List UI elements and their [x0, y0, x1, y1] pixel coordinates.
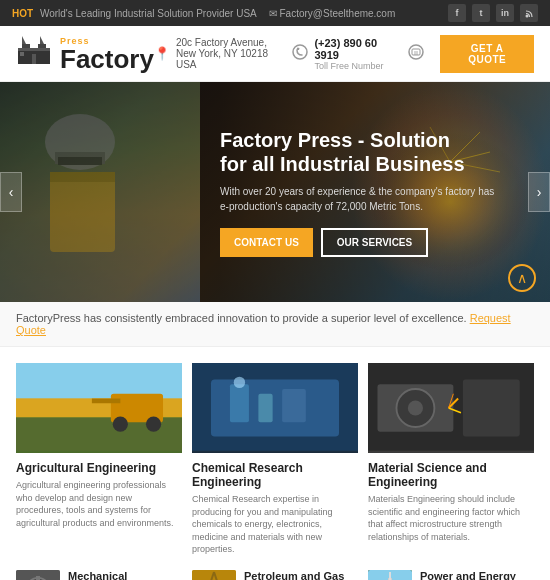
hero-title: Factory Press - Solutionfor all Industri…: [220, 128, 500, 176]
header: Press Factory 📍 20c Factory Avenue, New …: [0, 26, 550, 82]
banner-strip: FactoryPress has consistently embraced i…: [0, 302, 550, 347]
mechanical-image: [16, 570, 60, 580]
bottom-service-cards: Mechanical Engineering Creating a dynami…: [16, 570, 534, 580]
header-contact: 📍 20c Factory Avenue, New York, NY 10218…: [154, 35, 534, 73]
svg-rect-31: [230, 384, 249, 422]
service-card-agricultural: Agricultural Engineering Agricultural en…: [16, 363, 182, 556]
top-bar-left: HOT World's Leading Industrial Solution …: [12, 8, 395, 19]
top-bar: HOT World's Leading Industrial Solution …: [0, 0, 550, 26]
hero-content: Factory Press - Solutionfor all Industri…: [0, 128, 520, 257]
material-desc: Materials Engineering should include sci…: [368, 493, 534, 543]
svg-rect-28: [92, 399, 120, 404]
logo: Press Factory: [16, 34, 154, 73]
linkedin-icon[interactable]: in: [496, 4, 514, 22]
scroll-up-button[interactable]: ∧: [508, 264, 536, 292]
svg-rect-5: [20, 52, 24, 56]
svg-point-0: [525, 14, 528, 17]
svg-rect-39: [463, 380, 520, 437]
chemical-image: [192, 363, 358, 453]
get-quote-button[interactable]: GET A QUOTE: [440, 35, 534, 73]
svg-rect-32: [258, 394, 272, 422]
location-icon: 📍: [154, 46, 170, 61]
twitter-icon[interactable]: t: [472, 4, 490, 22]
fax-icon: [408, 44, 424, 63]
svg-point-8: [293, 45, 307, 59]
svg-point-38: [408, 400, 423, 415]
agricultural-desc: Agricultural engineering professionals w…: [16, 479, 182, 529]
hero-subtitle: With over 20 years of experience & the c…: [220, 184, 500, 214]
agricultural-name: Agricultural Engineering: [16, 461, 182, 475]
chemical-name: Chemical Research Engineering: [192, 461, 358, 489]
hero-section: ‹ Factory Press - Solutionfor all Indust…: [0, 82, 550, 302]
chemical-desc: Chemical Research expertise in producing…: [192, 493, 358, 556]
service-card-power: Power and Energy Ensuring high reliabili…: [368, 570, 534, 580]
svg-rect-33: [282, 389, 306, 422]
phone-icon: [292, 44, 308, 63]
svg-point-34: [234, 377, 245, 388]
logo-text: Press Factory: [60, 36, 154, 72]
banner-text: FactoryPress has consistently embraced i…: [16, 312, 467, 324]
svg-rect-46: [36, 576, 40, 580]
facebook-icon[interactable]: f: [448, 4, 466, 22]
hot-tag: HOT World's Leading Industrial Solution …: [12, 8, 257, 19]
hero-next-arrow[interactable]: ›: [528, 172, 550, 212]
hero-prev-arrow[interactable]: ‹: [0, 172, 22, 212]
address-contact: 📍 20c Factory Avenue, New York, NY 10218…: [154, 37, 276, 70]
service-card-chemical: Chemical Research Engineering Chemical R…: [192, 363, 358, 556]
top-service-cards: Agricultural Engineering Agricultural en…: [16, 363, 534, 556]
phone-contact: (+23) 890 60 3919 Toll Free Number: [292, 37, 392, 71]
fax-contact: [408, 44, 424, 63]
power-name: Power and Energy: [420, 570, 534, 580]
service-card-petroleum: Petroleum and Gas Petroleum Engineers ar…: [192, 570, 358, 580]
factory-building-icon: [16, 34, 52, 73]
power-image: [368, 570, 412, 580]
service-card-mechanical: Mechanical Engineering Creating a dynami…: [16, 570, 182, 580]
svg-rect-7: [18, 48, 50, 51]
rss-icon[interactable]: [520, 4, 538, 22]
petroleum-image: [192, 570, 236, 580]
svg-point-26: [113, 417, 128, 432]
svg-point-27: [146, 417, 161, 432]
services-section: Agricultural Engineering Agricultural en…: [0, 347, 550, 580]
hero-buttons: CONTACT US OUR SERVICES: [220, 228, 500, 257]
material-image: [368, 363, 534, 453]
social-links: f t in: [448, 4, 538, 22]
service-card-material: Material Science and Engineering Materia…: [368, 363, 534, 556]
material-name: Material Science and Engineering: [368, 461, 534, 489]
contact-us-button[interactable]: CONTACT US: [220, 228, 313, 257]
petroleum-name: Petroleum and Gas: [244, 570, 358, 580]
our-services-button[interactable]: OUR SERVICES: [321, 228, 428, 257]
svg-rect-6: [32, 54, 36, 64]
email-link[interactable]: ✉ Factory@Steeltheme.com: [269, 8, 396, 19]
svg-rect-22: [16, 365, 182, 398]
agricultural-image: [16, 363, 182, 453]
mechanical-name: Mechanical Engineering: [68, 570, 182, 580]
